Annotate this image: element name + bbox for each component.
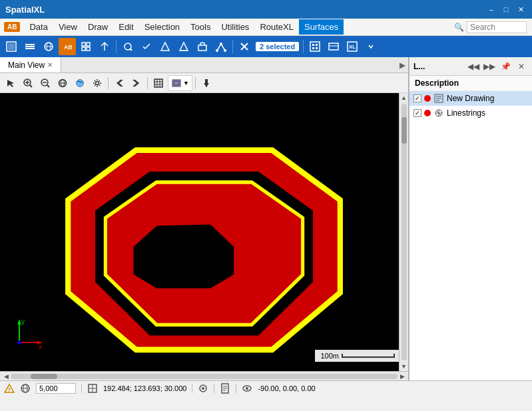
mt-forward[interactable] [129, 75, 144, 91]
map-canvas[interactable]: y x 100m ▲ [0, 93, 408, 371]
svg-rect-2 [25, 44, 35, 45]
svg-rect-19 [198, 45, 206, 51]
v-scroll-thumb[interactable] [401, 117, 407, 144]
svg-rect-10 [82, 43, 85, 46]
mt-zoom-out[interactable] [37, 75, 53, 91]
tb-dropdown-arrow[interactable] [362, 38, 380, 55]
sb-sep2 [192, 384, 192, 393]
mt-zoom-in[interactable] [20, 75, 36, 91]
h-scroll-thumb[interactable] [31, 374, 57, 379]
svg-rect-4 [25, 48, 35, 49]
svg-text:x: x [39, 343, 42, 349]
tb-icon9[interactable] [156, 38, 174, 55]
sb-coord-icon [87, 383, 98, 394]
v-scroll-down[interactable]: ▼ [399, 362, 409, 371]
rp-back[interactable]: ◀◀ [467, 60, 480, 73]
tab-close-icon[interactable]: ✕ [47, 61, 53, 68]
svg-rect-3 [25, 46, 35, 47]
maximize-button[interactable]: □ [500, 3, 512, 15]
status-bar: 192.484; 123.693; 30.000 -90.00, 0.00, 0… [0, 380, 532, 395]
tb-icon12[interactable] [212, 38, 230, 55]
svg-marker-61 [133, 223, 234, 289]
toolbar-sep-2 [232, 40, 233, 53]
mt-back[interactable] [111, 75, 127, 91]
tab-scroll-right[interactable]: ▶ [397, 61, 408, 70]
rp-pin[interactable]: 📌 [499, 60, 512, 73]
layer-checkbox-linestrings[interactable]: ✓ [413, 109, 421, 117]
mt-pin[interactable] [198, 75, 214, 91]
app-logo: AB [4, 22, 20, 32]
selected-badge: 2 selected [256, 42, 299, 51]
menu-utilities[interactable]: Utilities [216, 19, 254, 35]
menu-edit[interactable]: Edit [113, 19, 138, 35]
tb-icon11[interactable] [194, 38, 211, 55]
view-tabbar: Main View ✕ ▶ [0, 57, 408, 73]
menu-data[interactable]: Data [24, 19, 53, 35]
close-button[interactable]: ✕ [515, 3, 527, 15]
svg-point-68 [17, 341, 21, 344]
menu-bar: AB Data View Draw Edit Selection Tools U… [0, 19, 532, 36]
menu-view[interactable]: View [53, 19, 83, 35]
svg-line-37 [30, 85, 32, 87]
tb-icon5[interactable] [77, 38, 95, 55]
mt-globe2[interactable] [72, 75, 88, 91]
left-panel: Main View ✕ ▶ [0, 57, 409, 380]
tb-icon1[interactable] [3, 38, 20, 55]
rp-close[interactable]: ✕ [515, 60, 528, 73]
mt-select-arrow[interactable] [3, 75, 19, 91]
layer-icon-new-drawing [433, 93, 444, 104]
scale-bar: 100m [315, 350, 400, 362]
search-input[interactable] [467, 21, 527, 33]
layer-label-new-drawing: New Drawing [447, 94, 494, 103]
layer-item-new-drawing[interactable]: ✓ New Drawing [409, 91, 532, 106]
mt-grid[interactable] [150, 75, 166, 91]
tb-icon14[interactable] [325, 38, 342, 55]
title-bar: SpatialXL – □ ✕ [0, 0, 532, 19]
menu-surfaces[interactable]: Surfaces [299, 19, 344, 35]
h-scroll-right[interactable]: ▶ [398, 372, 407, 381]
layer-item-linestrings[interactable]: ✓ Linestrings [409, 106, 532, 120]
tb-cancel[interactable] [236, 38, 253, 55]
menu-routexl[interactable]: RouteXL [254, 19, 299, 35]
svg-rect-30 [312, 47, 314, 49]
svg-marker-16 [161, 43, 169, 51]
svg-rect-1 [8, 43, 15, 50]
layer-checkbox-new-drawing[interactable]: ✓ [413, 94, 421, 102]
h-scrollbar[interactable]: ◀ ▶ [0, 371, 408, 380]
svg-rect-13 [87, 47, 90, 51]
mt-settings[interactable] [89, 75, 105, 91]
svg-rect-48 [154, 79, 162, 87]
main-view-tab[interactable]: Main View ✕ [0, 57, 61, 72]
v-scrollbar[interactable]: ▲ ▼ [399, 93, 408, 371]
right-panel-title: L... [413, 62, 464, 71]
zoom-input[interactable] [36, 383, 76, 394]
sb-icon-globe [20, 383, 31, 394]
h-scroll-left[interactable]: ◀ [1, 372, 11, 381]
tb-icon8[interactable] [138, 38, 155, 55]
tb-icon2[interactable] [21, 38, 39, 55]
tb-icon15[interactable]: XL [344, 38, 361, 55]
mt-globe1[interactable] [55, 75, 71, 91]
mt-sep2 [147, 77, 148, 89]
tb-icon10[interactable] [175, 38, 192, 55]
toolbar-sep-1 [116, 40, 117, 53]
rp-forward[interactable]: ▶▶ [483, 60, 496, 73]
tb-icon7[interactable] [119, 38, 136, 55]
tb-icon13[interactable] [306, 38, 324, 55]
svg-point-46 [77, 79, 84, 86]
v-scroll-track [401, 104, 407, 360]
tb-icon3[interactable] [40, 38, 57, 55]
tb-icon4[interactable]: AB [59, 38, 76, 55]
layer-icon-linestrings [433, 108, 444, 118]
tb-icon6[interactable] [96, 38, 113, 55]
menu-draw[interactable]: Draw [83, 19, 113, 35]
menu-tools[interactable]: Tools [185, 19, 216, 35]
svg-point-22 [216, 49, 218, 52]
svg-rect-54 [174, 81, 179, 85]
sb-icon-warning [4, 383, 15, 394]
minimize-button[interactable]: – [485, 3, 497, 15]
v-scroll-up[interactable]: ▲ [399, 93, 409, 102]
menu-selection[interactable]: Selection [139, 19, 185, 35]
mt-layer-dropdown[interactable]: ▼ [168, 75, 192, 91]
svg-rect-28 [312, 44, 314, 46]
